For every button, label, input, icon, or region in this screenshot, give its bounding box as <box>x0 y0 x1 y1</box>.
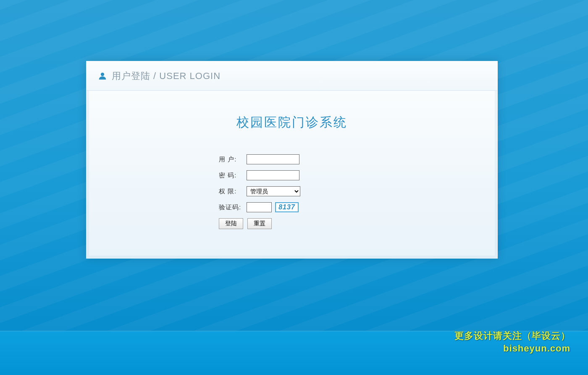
watermark-text-2: bisheyun.com <box>454 343 570 354</box>
reset-button[interactable]: 重置 <box>247 218 272 229</box>
captcha-row: 验证码: 8137 <box>219 202 497 212</box>
captcha-image[interactable]: 8137 <box>275 202 299 212</box>
password-input[interactable] <box>247 170 299 180</box>
password-label: 密 码: <box>219 172 244 180</box>
panel-header: 用户登陆 / USER LOGIN <box>87 61 497 91</box>
login-panel: 用户登陆 / USER LOGIN 校园医院门诊系统 用 户: 密 码: 权 限… <box>86 61 498 259</box>
watermark: 更多设计请关注（毕设云） bisheyun.com <box>454 330 570 354</box>
user-icon <box>98 71 107 81</box>
watermark-text-1: 更多设计请关注（毕设云） <box>454 330 570 342</box>
system-title: 校园医院门诊系统 <box>87 114 497 131</box>
username-row: 用 户: <box>219 154 497 164</box>
role-label: 权 限: <box>219 188 244 195</box>
header-title: 用户登陆 / USER LOGIN <box>112 70 220 82</box>
password-row: 密 码: <box>219 170 497 180</box>
captcha-label: 验证码: <box>219 203 244 211</box>
login-form: 用 户: 密 码: 权 限: 管理员 验证码: 8137 <box>219 154 497 212</box>
svg-point-0 <box>101 72 104 76</box>
role-row: 权 限: 管理员 <box>219 186 497 196</box>
role-select[interactable]: 管理员 <box>247 186 300 196</box>
username-label: 用 户: <box>219 156 244 164</box>
captcha-input[interactable] <box>247 202 272 212</box>
login-button[interactable]: 登陆 <box>219 218 243 229</box>
username-input[interactable] <box>247 154 299 164</box>
button-row: 登陆 重置 <box>219 218 497 229</box>
